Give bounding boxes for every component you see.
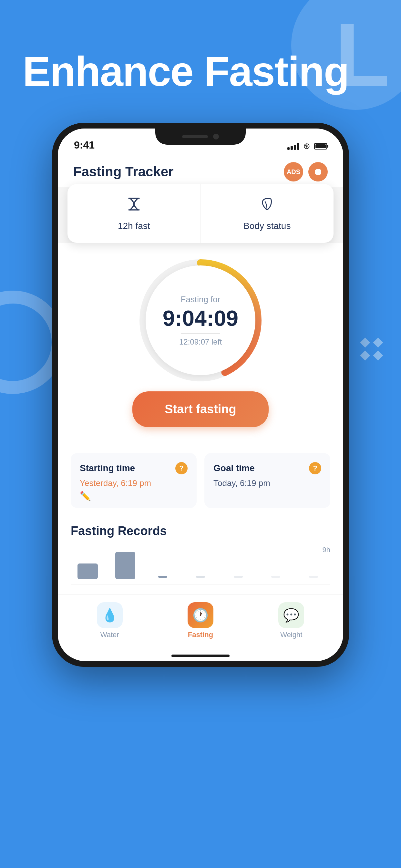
app-title: Fasting Tracker: [73, 164, 174, 180]
wifi-icon: ⊛: [303, 141, 310, 151]
records-section: Fasting Records 9h: [58, 518, 343, 594]
nav-water-label: Water: [100, 631, 119, 639]
water-nav-icon: 💧: [97, 602, 123, 628]
fasting-nav-icon: 🕐: [188, 602, 213, 628]
ads-badge[interactable]: ADS: [284, 162, 303, 182]
fasting-chart: 9h: [71, 546, 330, 585]
starting-time-title: Starting time: [80, 463, 135, 473]
chart-bar-fri: [221, 576, 255, 579]
nav-weight-label: Weight: [280, 631, 302, 639]
phone-mockup: 9:41 ⊛ Fasting Tracker: [52, 123, 349, 667]
camera: [213, 134, 219, 140]
diamond-4: [373, 350, 383, 361]
signal-icon: [287, 143, 299, 150]
bar-sat: [271, 576, 280, 578]
starting-time-help[interactable]: ?: [175, 462, 188, 474]
status-right: ⊛: [287, 141, 327, 151]
quick-card-fast-label: 12h fast: [118, 221, 150, 231]
bar-fri: [234, 576, 243, 578]
page-title: Enhance Fasting: [23, 49, 349, 95]
nav-fasting-label: Fasting: [188, 631, 213, 639]
records-title: Fasting Records: [71, 524, 330, 538]
goal-time-card: Goal time ? Today, 6:19 pm: [204, 453, 330, 508]
timer-divider: [181, 333, 220, 334]
chart-bar-sat: [259, 576, 293, 579]
status-bar: 9:41 ⊛: [58, 128, 343, 154]
start-fasting-button[interactable]: Start fasting: [132, 392, 269, 427]
leaf-icon: [258, 196, 275, 216]
bar-thu: [196, 576, 205, 578]
chart-bar-mon: [71, 563, 104, 579]
goal-time-header: Goal time ?: [213, 462, 321, 474]
nav-weight[interactable]: 💬 Weight: [278, 602, 304, 639]
nav-water[interactable]: 💧 Water: [97, 602, 123, 639]
weight-nav-icon: 💬: [278, 602, 304, 628]
diamond-2: [373, 337, 383, 347]
starting-time-card: Starting time ? Yesterday, 6:19 pm ✏️: [71, 453, 197, 508]
timer-left: 12:09:07 left: [179, 337, 222, 346]
scroll-bar: [172, 655, 229, 657]
chart-max-label: 9h: [322, 546, 330, 554]
notch: [155, 128, 246, 145]
nav-fasting[interactable]: 🕐 Fasting: [188, 602, 213, 639]
fasting-for-label: Fasting for: [181, 294, 220, 305]
battery-icon: [314, 143, 327, 150]
quick-card-fast[interactable]: 12h fast: [67, 184, 201, 243]
quick-card-body[interactable]: Body status: [201, 184, 334, 243]
goal-time-value: Today, 6:19 pm: [213, 478, 321, 488]
quick-cards: 12h fast Body status: [67, 184, 334, 243]
chart-bar-sun: [297, 576, 330, 579]
quick-card-body-label: Body status: [243, 221, 290, 231]
fasting-icon: [126, 196, 143, 216]
chart-bar-tue: [109, 552, 143, 579]
time-info-row: Starting time ? Yesterday, 6:19 pm ✏️ Go…: [58, 453, 343, 518]
status-time: 9:41: [74, 139, 95, 151]
timer-section: Fasting for 9:04:09 12:09:07 left Start …: [58, 243, 343, 453]
bottom-nav: 💧 Water 🕐 Fasting 💬 Weight: [58, 594, 343, 651]
app-header: Fasting Tracker ADS ⏺: [58, 154, 343, 187]
diamond-3: [360, 350, 370, 361]
diamond-1: [360, 337, 370, 347]
phone-screen: 9:41 ⊛ Fasting Tracker: [58, 128, 343, 661]
phone-frame: 9:41 ⊛ Fasting Tracker: [52, 123, 349, 667]
bar-mon: [78, 563, 98, 579]
timer-inner: Fasting for 9:04:09 12:09:07 left: [146, 266, 255, 375]
bar-sun: [309, 576, 318, 578]
bg-diamonds: [362, 339, 382, 359]
battery-fill: [315, 144, 326, 148]
record-badge[interactable]: ⏺: [308, 162, 328, 182]
starting-time-value: Yesterday, 6:19 pm: [80, 478, 188, 488]
goal-time-help[interactable]: ?: [309, 462, 321, 474]
starting-time-header: Starting time ?: [80, 462, 188, 474]
edit-starting-time-icon[interactable]: ✏️: [80, 491, 188, 501]
scroll-indicator: [58, 651, 343, 661]
bar-wed: [158, 576, 167, 578]
timer-circle: Fasting for 9:04:09 12:09:07 left: [133, 252, 268, 388]
header-icons: ADS ⏺: [284, 162, 328, 182]
chart-bar-wed: [146, 576, 180, 579]
chart-bar-thu: [184, 576, 218, 579]
speaker: [182, 135, 208, 138]
bar-tue: [115, 552, 135, 579]
goal-time-title: Goal time: [213, 463, 255, 473]
timer-time: 9:04:09: [163, 307, 238, 329]
